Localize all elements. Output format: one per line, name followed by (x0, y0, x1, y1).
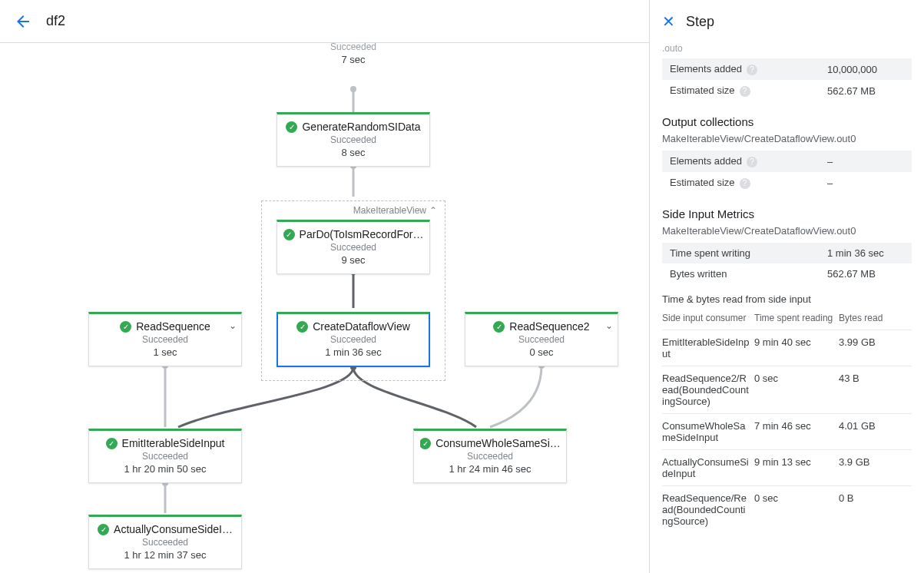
col-time: Time spent reading (754, 310, 839, 330)
cell-time: 0 sec (754, 486, 839, 534)
side-input-name: MakeIterableView/CreateDataflowView.out0 (662, 225, 912, 237)
cell-time: 0 sec (754, 366, 839, 414)
success-icon: ✓ (98, 524, 109, 535)
side-input-heading: Side Input Metrics (662, 207, 912, 220)
svg-point-0 (350, 86, 356, 92)
output-collection-name: MakeIterableView/CreateDataflowView.out0 (662, 133, 912, 144)
node-read-sequence-2[interactable]: ⌄ ✓ReadSequence2 Succeeded 0 sec (465, 312, 618, 366)
kv-time-writing: Time spent writing 1 min 36 sec (662, 243, 912, 263)
table-row: ReadSequence/Read(BoundedCountingSource)… (662, 486, 912, 534)
cell-bytes: 3.99 GB (839, 330, 912, 366)
read-table-heading: Time & bytes read from side input (662, 293, 912, 305)
node-consume-whole[interactable]: ✓ConsumeWholeSameSi… Succeeded 1 hr 24 m… (413, 429, 567, 483)
help-icon[interactable]: ? (747, 65, 757, 75)
chevron-down-icon[interactable]: ⌄ (229, 320, 237, 331)
node-read-sequence[interactable]: ⌄ ✓ReadSequence Succeeded 1 sec (88, 312, 242, 366)
success-icon: ✓ (106, 438, 118, 449)
cell-consumer: EmitIterableSideInput (662, 330, 754, 366)
cell-bytes: 43 B (839, 366, 912, 414)
table-row: EmitIterableSideInput9 min 40 sec3.99 GB (662, 330, 912, 366)
panel-title: Step (686, 14, 714, 30)
success-icon: ✓ (296, 321, 308, 333)
side-input-read-table: Side input consumer Time spent reading B… (662, 310, 912, 533)
table-row: ActuallyConsumeSideInput9 min 13 sec3.9 … (662, 450, 912, 486)
cell-consumer: ReadSequence/Read(BoundedCountingSource) (662, 486, 754, 534)
cell-time: 7 min 46 sec (754, 414, 839, 450)
success-icon: ✓ (420, 438, 431, 449)
back-arrow-icon[interactable] (14, 12, 32, 31)
cell-consumer: ActuallyConsumeSideInput (662, 450, 754, 486)
table-row: ReadSequence2/Read(BoundedCountingSource… (662, 366, 912, 414)
graph-canvas[interactable]: Succeeded 7 sec ✓GenerateRandomSIData Su… (0, 43, 649, 573)
success-icon: ✓ (283, 229, 295, 240)
chevron-up-icon[interactable]: ⌃ (429, 205, 437, 216)
col-bytes: Bytes read (839, 310, 912, 330)
close-icon[interactable]: ✕ (662, 14, 675, 29)
job-title: df2 (46, 13, 65, 29)
kv-estimated-size: Estimated size? 562.67 MB (662, 80, 912, 101)
cell-bytes: 3.9 GB (839, 450, 912, 486)
node-generate-random[interactable]: ✓GenerateRandomSIData Succeeded 8 sec (277, 112, 430, 167)
success-icon: ✓ (120, 321, 131, 333)
panel-body[interactable]: .outo Elements added? 10,000,000 Estimat… (650, 43, 924, 573)
truncated-text: .outo (662, 43, 912, 58)
node-actually-consume[interactable]: ✓ActuallyConsumeSideI… Succeeded 1 hr 12… (88, 515, 242, 569)
table-row: ConsumeWholeSameSideInput7 min 46 sec4.0… (662, 414, 912, 450)
group-label[interactable]: MakeIterableView ⌃ (353, 205, 437, 216)
help-icon[interactable]: ? (740, 178, 750, 189)
cell-bytes: 0 B (839, 486, 912, 534)
node-create-dataflow-view[interactable]: ✓CreateDataflowView Succeeded 1 min 36 s… (277, 312, 430, 367)
step-details-panel: ✕ Step .outo Elements added? 10,000,000 … (649, 0, 924, 573)
node-pardo[interactable]: ✓ParDo(ToIsmRecordFor… Succeeded 9 sec (277, 220, 430, 274)
output-collections-heading: Output collections (662, 115, 912, 128)
help-icon[interactable]: ? (740, 86, 750, 97)
cell-bytes: 4.01 GB (839, 414, 912, 450)
kv-out-elements-added: Elements added? – (662, 151, 912, 172)
chevron-down-icon[interactable]: ⌄ (605, 320, 613, 331)
node-partial-top: Succeeded 7 sec (277, 43, 430, 65)
cell-consumer: ConsumeWholeSameSideInput (662, 414, 754, 450)
kv-elements-added: Elements added? 10,000,000 (662, 58, 912, 80)
kv-out-estimated-size: Estimated size? – (662, 172, 912, 194)
cell-time: 9 min 13 sec (754, 450, 839, 486)
kv-bytes-written: Bytes written 562.67 MB (662, 263, 912, 284)
panel-header: ✕ Step (650, 0, 924, 43)
success-icon: ✓ (493, 321, 505, 333)
cell-time: 9 min 40 sec (754, 330, 839, 366)
success-icon: ✓ (286, 121, 297, 133)
col-consumer: Side input consumer (662, 310, 754, 330)
help-icon[interactable]: ? (747, 157, 757, 167)
cell-consumer: ReadSequence2/Read(BoundedCountingSource… (662, 366, 754, 414)
node-emit-iterable[interactable]: ✓EmitIterableSideInput Succeeded 1 hr 20… (88, 429, 242, 483)
